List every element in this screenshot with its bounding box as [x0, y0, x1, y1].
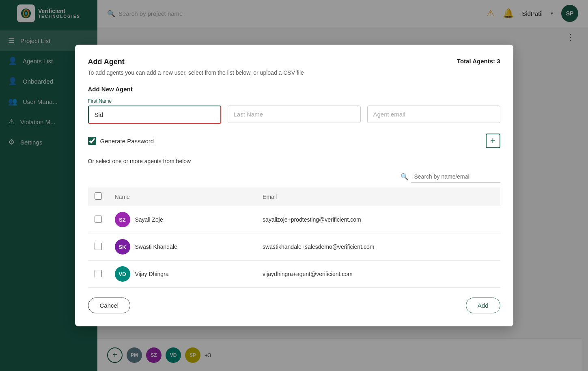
- add-new-agent-title: Add New Agent: [88, 86, 500, 93]
- email-input[interactable]: [367, 106, 500, 123]
- agent-name-vd: VD Vijay Dhingra: [115, 266, 250, 282]
- select-all-header: [88, 188, 108, 206]
- total-agents-label: Total Agents: 3: [457, 58, 500, 65]
- row-checkbox-vd[interactable]: [95, 270, 102, 277]
- modal-overlay: Add Agent Total Agents: 3 To add agents …: [0, 0, 588, 371]
- name-column-header: Name: [108, 188, 256, 206]
- row-checkbox-sz[interactable]: [95, 216, 102, 223]
- add-agent-modal: Add Agent Total Agents: 3 To add agents …: [75, 45, 513, 326]
- agent-email-sk: swastikhandale+salesdemo@verificient.com: [256, 233, 500, 261]
- agent-email-sz: sayalizoje+prodtesting@verificient.com: [256, 206, 500, 233]
- add-button[interactable]: Add: [466, 298, 500, 313]
- table-row: SK Swasti Khandale swastikhandale+salesd…: [88, 233, 500, 261]
- search-agents-icon: 🔍: [401, 173, 409, 181]
- table-row: SZ Sayali Zoje sayalizoje+prodtesting@ve…: [88, 206, 500, 233]
- agent-avatar-sz: SZ: [115, 212, 130, 227]
- table-row: VD Vijay Dhingra vijaydhingra+agent@veri…: [88, 261, 500, 288]
- last-name-input[interactable]: [228, 106, 361, 123]
- first-name-input[interactable]: [88, 106, 221, 124]
- email-field: [367, 98, 500, 124]
- row-checkbox-sk[interactable]: [95, 243, 102, 250]
- generate-password-label[interactable]: Generate Password: [88, 137, 154, 145]
- first-name-label: First Name: [88, 98, 221, 104]
- search-by-name: 🔍: [88, 171, 500, 183]
- add-row-button[interactable]: +: [486, 134, 500, 148]
- select-all-checkbox[interactable]: [95, 192, 102, 200]
- agent-email-vd: vijaydhingra+agent@verificient.com: [256, 261, 500, 288]
- email-column-header: Email: [256, 188, 500, 206]
- generate-password-checkbox[interactable]: [88, 137, 96, 145]
- modal-header: Add Agent Total Agents: 3: [88, 58, 500, 66]
- modal-footer: Cancel Add: [88, 298, 500, 313]
- first-name-field: First Name: [88, 98, 221, 124]
- cancel-button[interactable]: Cancel: [88, 298, 131, 313]
- agent-name-sk: SK Swasti Khandale: [115, 239, 250, 255]
- select-section-title: Or select one or more agents from below: [88, 158, 500, 164]
- agent-avatar-vd: VD: [115, 266, 130, 282]
- modal-subtitle: To add agents you can add a new user, se…: [88, 69, 500, 76]
- agent-table: Name Email SZ Sayali Zoje sayalizoje+: [88, 188, 500, 288]
- last-name-field: [228, 98, 361, 124]
- search-agents-input[interactable]: [411, 171, 500, 183]
- form-row: First Name: [88, 98, 500, 124]
- agent-avatar-sk: SK: [115, 239, 130, 255]
- generate-password-row: Generate Password +: [88, 134, 500, 148]
- modal-title: Add Agent: [88, 58, 125, 66]
- agent-name-sz: SZ Sayali Zoje: [115, 212, 250, 227]
